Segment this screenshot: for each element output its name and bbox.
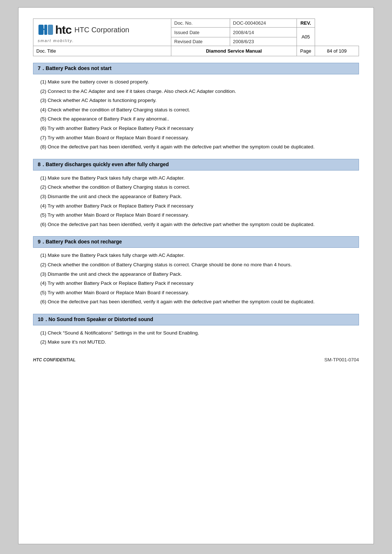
- confidential-label: HTC CONFIDENTIAL: [33, 357, 75, 362]
- revised-date-label: Revised Date: [171, 37, 230, 46]
- rev-value: A05: [297, 28, 315, 46]
- section-9-title: 9．Battery Pack does not recharge: [38, 239, 122, 245]
- list-item: (4) Try with another Battery Pack or Rep…: [37, 202, 359, 210]
- list-item: (3) Check whether AC Adapter is function…: [37, 97, 359, 104]
- issued-date-value: 2008/4/14: [230, 28, 297, 37]
- section-8: 8．Battery discharges quickly even after …: [33, 159, 359, 229]
- list-item: (8) Once the defective part has been ide…: [37, 143, 359, 151]
- section-9-header: 9．Battery Pack does not recharge: [33, 236, 359, 248]
- section-8-title: 8．Battery discharges quickly even after …: [38, 161, 169, 167]
- section-8-header: 8．Battery discharges quickly even after …: [33, 159, 359, 171]
- section-8-items: (1) Make sure the Battery Pack takes ful…: [33, 174, 359, 229]
- section-10-header: 10．No Sound from Speaker or Distorted so…: [33, 314, 359, 325]
- page-label: Page: [297, 46, 315, 56]
- list-item: (1) Make sure the Battery Pack takes ful…: [37, 251, 359, 259]
- svg-rect-1: [44, 25, 47, 35]
- section-7: 7．Battery Pack does not start (1) Make s…: [33, 63, 359, 151]
- list-item: (4) Try with another Battery Pack or Rep…: [37, 279, 359, 287]
- doc-no-value: DOC-00040624: [230, 19, 297, 28]
- svg-rect-2: [48, 25, 53, 35]
- section-9: 9．Battery Pack does not recharge (1) Mak…: [33, 236, 359, 306]
- section-10-items: (1) Check “Sound & Notifications” Settin…: [33, 329, 359, 346]
- list-item: (6) Once the defective part has been ide…: [37, 221, 359, 229]
- list-item: (5) Try with another Main Board or Repla…: [37, 211, 359, 219]
- issued-date-label: Issued Date: [171, 28, 230, 37]
- list-item: (3) Dismantle the unit and check the app…: [37, 193, 359, 201]
- revised-date-value: 2008/6/23: [230, 37, 297, 46]
- company-name: HTC Corporation: [74, 26, 129, 34]
- doc-title-value: Diamond Service Manual: [171, 46, 297, 56]
- list-item: (1) Make sure the Battery Pack takes ful…: [37, 174, 359, 182]
- doc-ref: SM-TP001-0704: [324, 357, 359, 362]
- list-item: (6) Once the defective part has been ide…: [37, 298, 359, 306]
- list-item: (6) Try with another Battery Pack or Rep…: [37, 124, 359, 132]
- item-text: (6) Once the defective part has been ide…: [40, 299, 315, 304]
- svg-rect-0: [38, 25, 44, 35]
- logo-cell: htc HTC Corporation smart mobility.: [33, 19, 171, 46]
- section-7-header: 7．Battery Pack does not start: [33, 63, 359, 74]
- item-text: (2) Check whether the condition of Batte…: [40, 262, 292, 267]
- list-item: (7) Try with another Main Board or Repla…: [37, 134, 359, 142]
- rev-label: REV.: [297, 19, 315, 28]
- list-item: (1) Make sure the battery cover is close…: [37, 78, 359, 86]
- item-text: (8) Once the defective part has been ide…: [40, 144, 315, 149]
- doc-no-label: Doc. No.: [171, 19, 230, 28]
- section-10-title: 10．No Sound from Speaker or Distorted so…: [38, 316, 153, 322]
- logo-area: htc HTC Corporation smart mobility.: [38, 22, 167, 43]
- htc-logo-icon: [38, 22, 54, 38]
- list-item: (4) Check whether the condition of Batte…: [37, 106, 359, 114]
- list-item: (3) Dismantle the unit and check the app…: [37, 270, 359, 278]
- logo-top: htc HTC Corporation: [38, 22, 167, 38]
- tagline: smart mobility.: [38, 38, 167, 43]
- section-7-title: 7．Battery Pack does not start: [38, 65, 111, 71]
- list-item: (5) Try with another Main Board or Repla…: [37, 289, 359, 297]
- item-text: (6) Once the defective part has been ide…: [40, 222, 315, 227]
- list-item: (2) Make sure it’s not MUTED.: [37, 338, 359, 346]
- list-item: (2) Connect to the AC Adapter and see if…: [37, 87, 359, 95]
- header-table: htc HTC Corporation smart mobility. Doc.…: [33, 19, 359, 56]
- content-area: 7．Battery Pack does not start (1) Make s…: [33, 63, 359, 346]
- page-number: 84 of 109: [315, 46, 359, 56]
- document-page: htc HTC Corporation smart mobility. Doc.…: [18, 7, 374, 544]
- section-7-items: (1) Make sure the battery cover is close…: [33, 78, 359, 151]
- htc-wordmark: htc: [55, 23, 72, 37]
- footer: HTC CONFIDENTIAL SM-TP001-0704: [33, 357, 359, 362]
- section-9-items: (1) Make sure the Battery Pack takes ful…: [33, 251, 359, 306]
- doc-title-label: Doc. Title: [33, 46, 171, 56]
- section-10: 10．No Sound from Speaker or Distorted so…: [33, 314, 359, 346]
- list-item: (5) Check the appearance of Battery Pack…: [37, 115, 359, 123]
- list-item: (2) Check whether the condition of Batte…: [37, 261, 359, 269]
- list-item: (2) Check whether the condition of Batte…: [37, 183, 359, 191]
- list-item: (1) Check “Sound & Notifications” Settin…: [37, 329, 359, 337]
